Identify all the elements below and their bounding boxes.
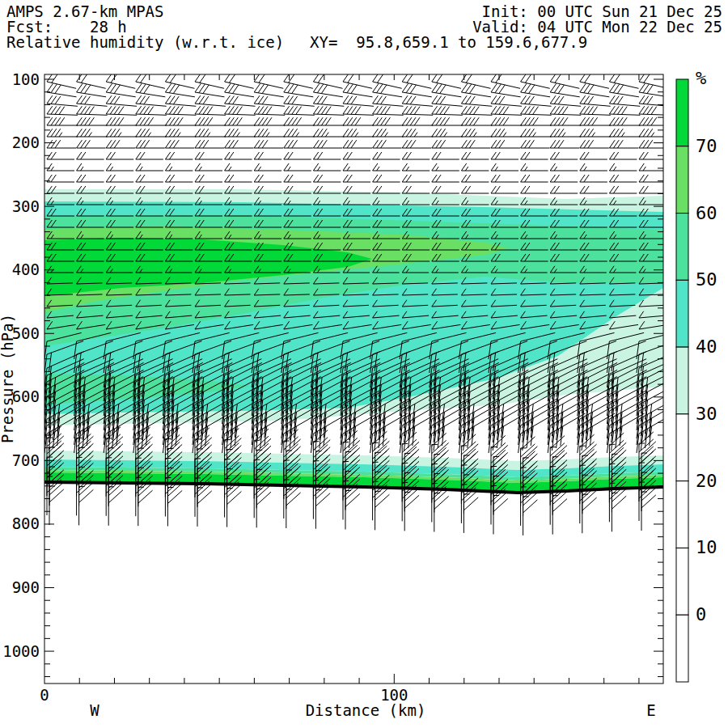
wind-barb: [580, 129, 611, 137]
wind-barb: [343, 106, 374, 115]
colorbar-segment: [676, 146, 688, 214]
wind-barb: [580, 175, 607, 182]
wind-barb: [373, 163, 400, 171]
wind-barb: [284, 129, 315, 137]
wind-barb: [491, 95, 522, 106]
wind-barb: [491, 140, 520, 148]
wind-barb: [47, 152, 74, 159]
colorbar-segment: [676, 280, 688, 347]
wind-barb: [343, 83, 373, 97]
wind-barb: [580, 95, 611, 106]
wind-barb: [521, 106, 552, 115]
wind-barb: [165, 129, 196, 137]
wind-barb: [284, 175, 311, 182]
wind-barb: [254, 175, 281, 182]
wind-barb: [47, 83, 77, 97]
wind-barb: [402, 95, 433, 106]
wind-barb: [402, 117, 433, 125]
y-tick-label: 200: [12, 133, 40, 151]
wind-barb: [165, 152, 193, 159]
wind-barb: [609, 129, 640, 137]
wind-barb: [343, 95, 374, 106]
wind-barb: [313, 83, 343, 97]
east-label: E: [646, 701, 655, 719]
wind-barb: [402, 106, 433, 115]
wind-barb: [461, 106, 492, 115]
wind-barb: [639, 163, 667, 171]
wind-barb: [106, 117, 137, 125]
wind-barb: [461, 152, 489, 159]
colorbar-tick-label: 60: [696, 203, 717, 223]
wind-barb: [373, 129, 404, 137]
wind-barb: [313, 175, 341, 182]
wind-barb: [47, 163, 74, 171]
wind-barb: [580, 117, 611, 125]
wind-barb: [106, 129, 137, 137]
wind-barb: [225, 117, 256, 125]
wind-barb: [639, 95, 670, 106]
wind-barb: [47, 117, 78, 125]
wind-barb: [254, 83, 284, 97]
wind-barb: [225, 140, 254, 148]
wind-barb: [461, 95, 492, 106]
wind-barb: [432, 175, 459, 182]
wind-barb: [195, 129, 226, 137]
wind-barb: [77, 140, 106, 148]
wind-barb: [254, 152, 281, 159]
wind-barb: [550, 117, 581, 125]
colorbar-segment: [676, 481, 688, 548]
wind-barb: [491, 152, 518, 159]
wind-barb: [580, 140, 609, 148]
wind-barb: [165, 106, 196, 115]
wind-barb: [313, 106, 344, 115]
wind-barb: [550, 129, 581, 137]
wind-barb: [550, 175, 578, 182]
wind-barb: [195, 95, 226, 106]
wind-barb: [106, 175, 133, 182]
wind-barb: [461, 140, 490, 148]
wind-barb: [77, 106, 108, 115]
wind-barb: [225, 175, 252, 182]
wind-barb: [165, 83, 195, 97]
wind-barb: [136, 175, 163, 182]
colorbar-tick-label: 70: [696, 136, 717, 156]
wind-barb: [47, 175, 74, 182]
colorbar-tick-label: 50: [696, 269, 717, 290]
y-tick-label: 100: [12, 70, 40, 88]
wind-barb: [639, 83, 669, 97]
wind-barb: [521, 117, 552, 125]
wind-barb: [639, 140, 668, 148]
wind-barb: [491, 163, 518, 171]
wind-barb: [609, 152, 637, 159]
wind-barb: [165, 95, 196, 106]
wind-barb: [136, 95, 167, 106]
wind-barb: [550, 95, 581, 106]
x-tick-label: 0: [40, 686, 49, 704]
wind-barb: [284, 117, 315, 125]
wind-barb: [550, 106, 581, 115]
wind-barb: [491, 186, 518, 193]
wind-barb: [521, 163, 548, 171]
wind-barb: [580, 186, 607, 193]
wind-barb: [461, 129, 492, 137]
wind-barb: [521, 186, 548, 193]
y-axis-title: Pressure (hPa): [0, 314, 16, 443]
wind-barb: [609, 117, 640, 125]
wind-barb: [343, 129, 374, 137]
wind-barb: [461, 175, 489, 182]
x-axis-title: Distance (km): [306, 701, 426, 719]
wind-barb: [432, 83, 462, 97]
wind-barb: [195, 140, 224, 148]
wind-barb: [195, 83, 225, 97]
wind-barb: [47, 106, 78, 115]
wind-barb: [165, 175, 193, 182]
wind-barb: [254, 163, 281, 171]
wind-barb: [609, 95, 640, 106]
wind-barb: [580, 152, 607, 159]
wind-barb: [402, 163, 430, 171]
wind-barb: [195, 106, 226, 115]
wind-barb: [136, 129, 167, 137]
wind-barb: [609, 106, 640, 115]
wind-barb: [343, 117, 374, 125]
wind-barb: [77, 152, 104, 159]
